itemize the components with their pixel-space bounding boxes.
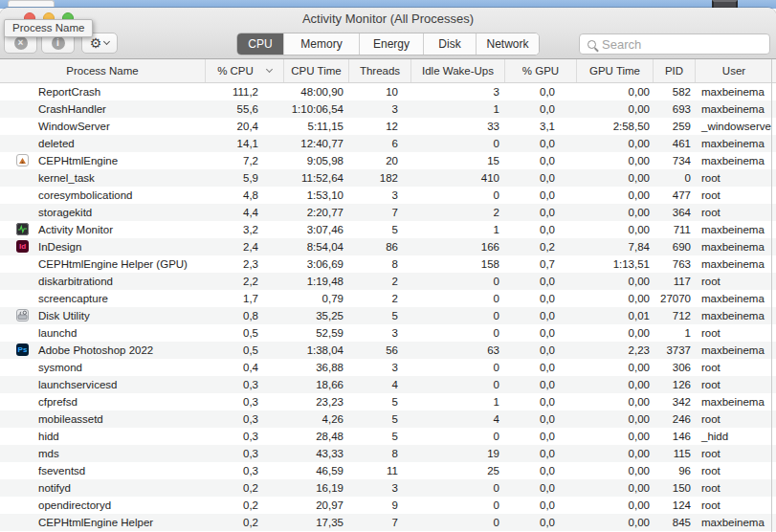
cell-cpu_time: 11:52,64 — [284, 169, 349, 187]
table-row[interactable]: CrashHandler55,61:10:06,54310,00,00693ma… — [0, 100, 776, 118]
table-row[interactable]: mobileassetd0,34,26540,00,00246root — [0, 410, 776, 428]
cell-idle: 4 — [411, 410, 505, 428]
process-name-label: Disk Utility — [38, 310, 90, 321]
cell-idle: 0 — [411, 376, 505, 393]
cell-name: PsAdobe Photoshop 2022 — [0, 342, 206, 359]
cell-pid: 690 — [654, 238, 696, 255]
column-header-gpu[interactable]: % GPU — [505, 59, 577, 82]
process-name-label: InDesign — [38, 241, 81, 253]
process-table: Process Name% CPUCPU TimeThreadsIdle Wak… — [0, 59, 776, 531]
tab-disk[interactable]: Disk — [424, 33, 477, 55]
cell-name: deleted — [0, 135, 206, 152]
cell-name: ReportCrash — [0, 83, 206, 100]
table-row[interactable]: mds0,343,338190,00,00115root — [0, 445, 776, 462]
cell-gpu_time: 0,00 — [577, 152, 654, 169]
table-row[interactable]: launchservicesd0,318,66400,00,00126root — [0, 376, 776, 393]
cell-cpu: 0,3 — [206, 410, 284, 428]
cell-pid: 3737 — [654, 342, 696, 359]
table-row[interactable]: CEPHtmlEngine Helper0,217,35700,00,00845… — [0, 514, 776, 531]
search-input[interactable] — [602, 37, 755, 52]
cell-threads: 8 — [349, 255, 411, 273]
background-window-fragment — [8, 0, 55, 7]
cell-threads: 5 — [349, 221, 411, 238]
table-row[interactable]: ReportCrash111,248:00,901030,00,00582max… — [0, 83, 776, 100]
cell-gpu: 0,0 — [505, 462, 577, 479]
column-header-idle[interactable]: Idle Wake-Ups — [411, 59, 505, 82]
cell-name: kernel_task — [0, 169, 206, 187]
cell-cpu_time: 3:06,69 — [284, 255, 349, 273]
cell-name: CEPHtmlEngine Helper — [0, 514, 206, 531]
table-row[interactable]: launchd0,552,59300,00,001root — [0, 324, 776, 342]
table-row[interactable]: PsAdobe Photoshop 20220,51:38,0456630,02… — [0, 342, 776, 359]
column-header-cpu_time[interactable]: CPU Time — [284, 59, 349, 82]
table-row[interactable]: cfprefsd0,323,23510,00,00342maxbeinema — [0, 393, 776, 410]
column-header-user[interactable]: User — [696, 59, 772, 82]
table-row[interactable]: CEPHtmlEngine Helper (GPU)2,33:06,698158… — [0, 255, 776, 273]
table-row[interactable]: IdInDesign2,48:54,04861660,27,84690maxbe… — [0, 238, 776, 255]
process-name-label: deleted — [38, 138, 75, 149]
cell-idle: 0 — [411, 187, 505, 204]
tab-energy[interactable]: Energy — [360, 33, 424, 55]
cell-cpu_time: 12:40,77 — [284, 135, 349, 152]
column-header-threads[interactable]: Threads — [349, 59, 411, 82]
cell-idle: 1 — [411, 393, 505, 410]
cell-gpu: 0,7 — [505, 255, 577, 273]
table-row[interactable]: deleted14,112:40,77600,00,00461maxbeinem… — [0, 135, 776, 152]
table-row[interactable]: screencapture1,70,79200,00,0027070maxbei… — [0, 290, 776, 307]
cell-cpu: 14,1 — [206, 135, 284, 152]
column-header-cpu[interactable]: % CPU — [206, 59, 284, 82]
table-row[interactable]: hidd0,328,48500,00,00146_hidd — [0, 428, 776, 445]
tooltip: Process Name — [4, 19, 93, 37]
cell-gpu: 0,0 — [505, 204, 577, 221]
column-header-pid[interactable]: PID — [654, 59, 696, 82]
tab-memory[interactable]: Memory — [284, 33, 360, 55]
cell-threads: 86 — [349, 238, 411, 255]
process-name-label: ReportCrash — [38, 86, 100, 98]
process-name-label: Adobe Photoshop 2022 — [38, 344, 153, 356]
column-header-gpu_time[interactable]: GPU Time — [577, 59, 654, 82]
table-row[interactable]: Activity Monitor3,23:07,46510,00,00711ma… — [0, 221, 776, 238]
cell-threads: 3 — [349, 324, 411, 342]
cell-name: screencapture — [0, 290, 206, 307]
activity-monitor-window: Activity Monitor (All Processes) × i ⚙ C… — [0, 8, 776, 532]
cell-threads: 8 — [349, 445, 411, 462]
search-field[interactable] — [579, 33, 770, 55]
cell-gpu: 0,0 — [505, 135, 577, 152]
column-header-name[interactable]: Process Name — [0, 59, 206, 82]
chevron-down-icon — [103, 38, 110, 45]
cell-name: fseventsd — [0, 462, 206, 479]
process-name-label: storagekitd — [38, 207, 92, 218]
table-row[interactable]: WindowServer20,45:11,1512333,12:58,50259… — [0, 118, 776, 135]
activity-monitor-icon — [16, 223, 29, 235]
table-row[interactable]: sysmond0,436,88300,00,00306root — [0, 359, 776, 376]
cell-pid: 712 — [654, 307, 696, 324]
cell-cpu_time: 9:05,98 — [284, 152, 349, 169]
cell-user: root — [696, 497, 772, 514]
table-row[interactable]: storagekitd4,42:20,77720,00,00364root — [0, 204, 776, 221]
table-row[interactable]: fseventsd0,346,5911250,00,0096root — [0, 462, 776, 479]
table-row[interactable]: kernel_task5,911:52,641824100,00,000root — [0, 169, 776, 187]
table-row[interactable]: opendirectoryd0,220,97900,00,00124root — [0, 497, 776, 514]
cell-gpu_time: 0,00 — [577, 100, 654, 118]
cell-pid: 27070 — [654, 290, 696, 307]
table-row[interactable]: CEPHtmlEngine7,29:05,9820150,00,00734max… — [0, 152, 776, 169]
indesign-icon: Id — [16, 240, 29, 253]
table-row[interactable]: diskarbitrationd2,21:19,48200,00,00117ro… — [0, 273, 776, 290]
cell-name: sysmond — [0, 359, 206, 376]
cell-user: root — [696, 359, 772, 376]
cell-cpu: 7,2 — [206, 152, 284, 169]
table-row[interactable]: Disk Utility0,835,25500,00,01712maxbeine… — [0, 307, 776, 324]
table-row[interactable]: notifyd0,216,19300,00,00150root — [0, 479, 776, 497]
tab-cpu[interactable]: CPU — [237, 33, 284, 55]
cell-cpu: 2,2 — [206, 273, 284, 290]
process-name-label: coresymbolicationd — [38, 189, 132, 201]
cell-threads: 5 — [349, 307, 411, 324]
cell-name: opendirectoryd — [0, 497, 206, 514]
cell-cpu: 1,7 — [206, 290, 284, 307]
tab-network[interactable]: Network — [477, 33, 539, 55]
table-row[interactable]: coresymbolicationd4,81:53,10300,00,00477… — [0, 187, 776, 204]
title-bar[interactable]: Activity Monitor (All Processes) — [0, 8, 776, 29]
cell-threads: 12 — [349, 118, 411, 135]
process-name-label: kernel_task — [38, 172, 95, 184]
cell-cpu_time: 5:11,15 — [284, 118, 349, 135]
